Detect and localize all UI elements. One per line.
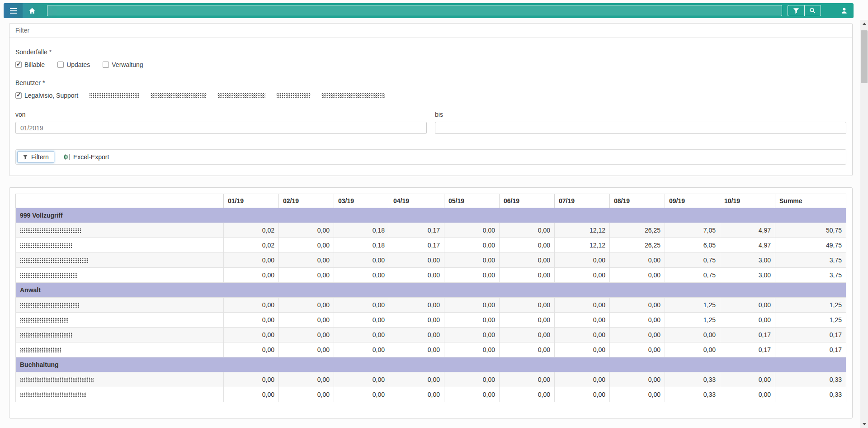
checkbox-box[interactable] [15,62,22,68]
data-row: 0,000,000,000,000,000,000,000,000,000,17… [16,342,846,357]
redacted-name [20,377,94,383]
redacted-name [20,228,81,234]
value-cell: 4,97 [720,238,775,253]
row-name-cell [16,268,224,283]
von-input[interactable] [15,122,427,134]
value-cell: 0,00 [224,313,279,328]
value-cell: 0,00 [444,298,500,313]
filter-panel-body: Sonderfälle * BillableUpdatesVerwaltung … [9,48,852,165]
row-name-cell [16,387,224,402]
value-cell: 0,00 [610,268,665,283]
value-cell: 0,00 [555,268,610,283]
value-cell: 26,25 [610,223,665,238]
value-cell: 0,00 [279,342,334,357]
checkbox-box[interactable] [15,92,22,99]
filter-toggle-button[interactable] [788,5,804,16]
value-cell: 0,00 [279,387,334,402]
value-cell: 1,25 [775,298,846,313]
col-header: 04/19 [389,194,444,208]
scroll-up-button[interactable] [860,20,868,28]
value-cell: 0,00 [610,298,665,313]
checkbox-box[interactable] [103,62,109,68]
filter-panel-title: Filter [9,24,852,38]
value-cell: 0,00 [610,328,665,342]
global-search-input[interactable] [47,5,782,16]
benutzer-checkbox-row: Legalvisio, Support [15,92,846,99]
value-cell: 0,00 [279,328,334,342]
col-header: Summe [775,194,846,208]
value-cell: 0,00 [279,238,334,253]
top-navbar [4,3,854,18]
user-menu-button[interactable] [835,3,854,18]
filtern-button[interactable]: Filtern [17,151,54,163]
value-cell: 0,00 [500,238,555,253]
row-name-cell [16,223,224,238]
home-button[interactable] [23,3,42,18]
data-row: 0,000,000,000,000,000,000,000,000,753,00… [16,253,846,268]
value-cell: 12,12 [555,223,610,238]
value-cell: 12,12 [555,238,610,253]
home-icon [28,7,36,14]
value-cell: 0,00 [334,328,389,342]
row-name-cell [16,328,224,342]
checkbox-verwaltung[interactable]: Verwaltung [103,61,143,68]
value-cell: 0,00 [334,268,389,283]
col-header: 08/19 [610,194,665,208]
value-cell: 0,00 [389,372,444,387]
checkbox-legalvisio-support[interactable]: Legalvisio, Support [15,92,78,99]
data-row: 0,000,000,000,000,000,000,000,000,330,00… [16,372,846,387]
value-cell: 0,00 [500,313,555,328]
checkbox-box[interactable] [57,62,64,68]
von-field-group: von [15,111,427,134]
data-row: 0,000,000,000,000,000,000,000,001,250,00… [16,313,846,328]
value-cell: 0,00 [500,223,555,238]
value-cell: 0,00 [500,253,555,268]
value-cell: 0,00 [334,342,389,357]
table-header-row: 01/1902/1903/1904/1905/1906/1907/1908/19… [16,194,846,208]
vertical-scrollbar[interactable] [860,20,868,428]
row-name-cell [16,313,224,328]
redacted-user-name [89,93,140,99]
value-cell: 0,00 [389,313,444,328]
scroll-down-button[interactable] [860,420,868,428]
value-cell: 1,25 [665,313,720,328]
value-cell: 0,00 [610,387,665,402]
excel-export-button[interactable]: Excel-Export [59,151,114,163]
checkbox-billable[interactable]: Billable [15,61,45,68]
group-row: Anwalt [16,283,846,298]
menu-button[interactable] [4,3,23,18]
row-name-cell [16,298,224,313]
value-cell: 0,00 [444,253,500,268]
value-cell: 0,00 [555,253,610,268]
value-cell: 0,00 [224,372,279,387]
value-cell: 0,00 [720,372,775,387]
value-cell: 0,00 [334,253,389,268]
report-table-panel: 01/1902/1903/1904/1905/1906/1907/1908/19… [9,187,853,418]
value-cell: 0,00 [224,298,279,313]
value-cell: 0,17 [389,238,444,253]
value-cell: 0,00 [279,268,334,283]
value-cell: 0,00 [555,298,610,313]
user-icon [841,7,848,14]
value-cell: 0,00 [500,342,555,357]
sonderfaelle-checkbox-row: BillableUpdatesVerwaltung [15,61,846,68]
value-cell: 0,00 [334,313,389,328]
value-cell: 0,00 [279,372,334,387]
value-cell: 0,33 [775,387,846,402]
data-row: 0,000,000,000,000,000,000,000,001,250,00… [16,298,846,313]
scrollbar-thumb[interactable] [861,30,868,83]
bis-input[interactable] [435,122,846,134]
checkbox-label: Verwaltung [112,61,143,68]
arrow-down-icon [863,423,866,425]
value-cell: 0,00 [444,387,500,402]
value-cell: 0,00 [665,342,720,357]
value-cell: 0,00 [224,342,279,357]
funnel-icon [793,8,799,14]
checkbox-updates[interactable]: Updates [57,61,90,68]
search-icon [809,7,816,14]
search-button[interactable] [804,5,821,16]
value-cell: 0,02 [224,223,279,238]
group-label: 999 Vollzugriff [16,208,846,223]
data-row: 0,000,000,000,000,000,000,000,000,330,00… [16,387,846,402]
value-cell: 3,75 [775,268,846,283]
